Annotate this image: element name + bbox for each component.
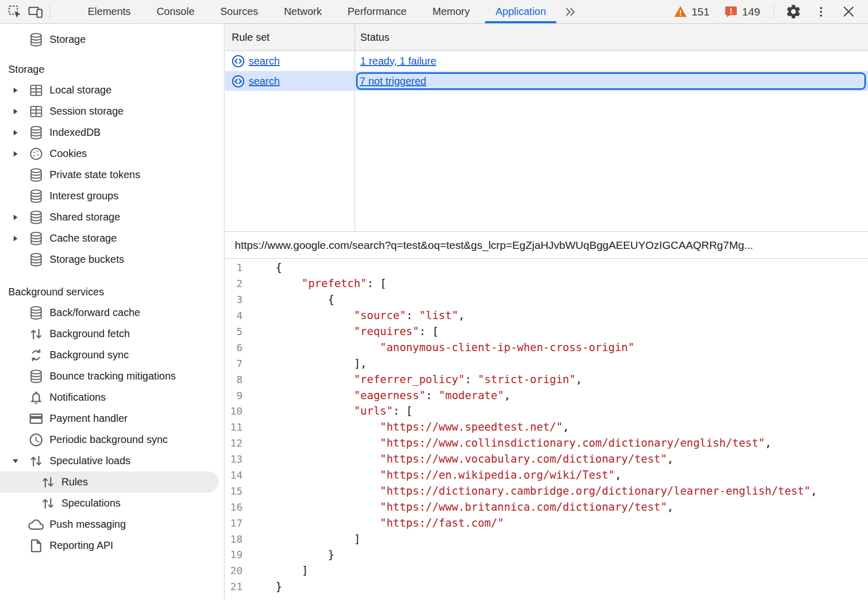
sidebar-item-cache-storage[interactable]: Cache storage [0,228,224,249]
sidebar-item-interest-groups[interactable]: Interest groups [0,185,224,207]
sidebar-item-label: Back/forward cache [50,307,140,319]
code-line-content: } [276,580,282,593]
tab-console[interactable]: Console [143,0,207,23]
more-options-button[interactable] [813,4,829,20]
sidebar-item-shared-storage[interactable]: Shared storage [0,207,224,228]
warnings-counter[interactable]: 151 [673,5,710,19]
rule-set-link[interactable]: search [249,75,280,87]
sidebar-item-bounce-tracking-mitigations[interactable]: Bounce tracking mitigations [0,366,224,387]
line-number: 3 [225,293,243,306]
arrow-placeholder [11,192,20,200]
code-line: 14 "https://en.wikipedia.org/wiki/Test", [225,467,868,483]
tab-sources[interactable]: Sources [207,0,271,23]
line-number: 4 [225,309,243,322]
triangle-collapsed-icon[interactable] [11,129,20,137]
rule-set-source-url: https://www.google.com/search?q=test&oq=… [235,239,753,251]
updown-icon [40,496,56,511]
sidebar-item-back-forward-cache[interactable]: Back/forward cache [0,302,224,323]
sidebar-item-background-fetch[interactable]: Background fetch [0,323,224,344]
sidebar-item-label: Payment handler [50,413,127,424]
status-link[interactable]: 7 not triggered [360,75,426,87]
code-line: 21} [225,579,868,595]
code-line-content: ], [276,357,367,370]
status-link[interactable]: 1 ready, 1 failure [360,55,437,67]
issues-counter[interactable]: 149 [724,5,760,19]
sidebar-item-rules[interactable]: Rules [0,471,218,493]
code-line-content: "https://www.vocabulary.com/dictionary/t… [276,453,673,465]
inspect-element-button[interactable] [7,4,23,20]
sidebar-item-notifications[interactable]: Notifications [0,387,224,408]
warning-triangle-icon [673,5,687,19]
more-tabs-button[interactable] [559,0,582,23]
tab-elements[interactable]: Elements [75,0,143,23]
triangle-collapsed-icon[interactable] [11,213,20,222]
code-line: 15 "https://dictionary.cambridge.org/dic… [225,483,868,499]
arrow-placeholder [11,351,20,359]
column-header-rule-set[interactable]: Rule set [225,24,355,51]
line-number: 11 [225,421,243,433]
sidebar-item-indexeddb[interactable]: IndexedDB [0,122,224,143]
sidebar-item-label: Private state tokens [50,169,140,181]
sidebar-item-label: Cookies [50,148,87,160]
code-line-content: "https://www.britannica.com/dictionary/t… [276,501,673,513]
triangle-collapsed-icon[interactable] [11,107,20,116]
code-line-content: "https://en.wikipedia.org/wiki/Test", [276,469,621,481]
warning-count: 151 [692,6,710,18]
sidebar-item-speculative-loads[interactable]: Speculative loads [0,450,224,471]
close-devtools-button[interactable] [840,4,857,20]
toggle-device-toolbar-button[interactable] [28,4,43,20]
sidebar-item-payment-handler[interactable]: Payment handler [0,408,224,429]
rule-set-link[interactable]: search [249,55,280,67]
sidebar-item-label: Local storage [50,84,111,96]
tab-network[interactable]: Network [271,0,334,23]
code-line: 20 ] [225,563,868,579]
code-line: 17 "https://fast.com/" [225,515,868,531]
sidebar-item-label: Periodic background sync [50,434,168,446]
status-cell[interactable]: 1 ready, 1 failure [355,51,868,71]
sidebar-item-cookies[interactable]: Cookies [0,143,224,164]
doc-icon [28,538,44,554]
sidebar-item-periodic-background-sync[interactable]: Periodic background sync [0,429,224,450]
sidebar-item-background-sync[interactable]: Background sync [0,344,224,366]
triangle-expanded-icon[interactable] [11,457,20,465]
source-code-viewer[interactable]: 1{2 "prefetch": [3 {4 "source": "list",5… [225,259,868,600]
rule-set-source-url-bar: https://www.google.com/search?q=test&oq=… [225,232,868,259]
rule-sets-table-header: Rule set Status [225,24,868,51]
sidebar-item-session-storage[interactable]: Session storage [0,101,224,122]
sidebar-item-label: Rules [61,476,88,488]
code-line-content: ] [276,533,360,545]
sidebar-item-speculations[interactable]: Speculations [0,493,224,514]
sidebar-item-private-state-tokens[interactable]: Private state tokens [0,164,224,185]
arrow-placeholder [11,415,20,423]
sidebar-item-local-storage[interactable]: Local storage [0,80,224,101]
speculative-loads-rules-panel: Rule set Status search1 ready, 1 failure… [225,24,868,600]
code-line: 4 "source": "list", [225,308,868,324]
kebab-menu-icon [814,5,828,19]
triangle-collapsed-icon[interactable] [11,86,20,94]
settings-button[interactable] [784,3,802,21]
tab-strip: ElementsConsoleSourcesNetworkPerformance… [75,0,559,23]
rule-set-cell: search [225,51,355,71]
sidebar-item-push-messaging[interactable]: Push messaging [0,514,224,535]
sidebar-item-storage[interactable]: Storage [0,29,224,50]
tab-memory[interactable]: Memory [420,0,483,23]
rule-set-row[interactable]: search1 ready, 1 failure [225,51,868,71]
column-header-status[interactable]: Status [355,24,868,51]
status-cell-focused[interactable]: 7 not triggered [356,72,866,90]
tab-performance[interactable]: Performance [335,0,420,23]
code-line: 5 "requires": [ [225,324,868,340]
triangle-collapsed-icon[interactable] [11,234,20,243]
code-line: 13 "https://www.vocabulary.com/dictionar… [225,451,868,467]
rule-set-row-selected[interactable]: search7 not triggered [225,71,868,91]
code-line-content: "prefetch": [ [276,277,387,290]
triangle-collapsed-icon[interactable] [11,150,20,158]
sidebar-item-label: Reporting API [50,540,113,551]
sidebar-item-reporting-api[interactable]: Reporting API [0,535,224,556]
code-line-content: "requires": [ [276,325,439,338]
line-number: 12 [225,437,243,449]
tab-application[interactable]: Application [483,0,559,23]
code-line: 7 ], [225,355,868,371]
close-icon [841,4,856,19]
sidebar-item-storage-buckets[interactable]: Storage buckets [0,249,224,270]
code-line-content: "https://dictionary.cambridge.org/dictio… [276,485,817,497]
